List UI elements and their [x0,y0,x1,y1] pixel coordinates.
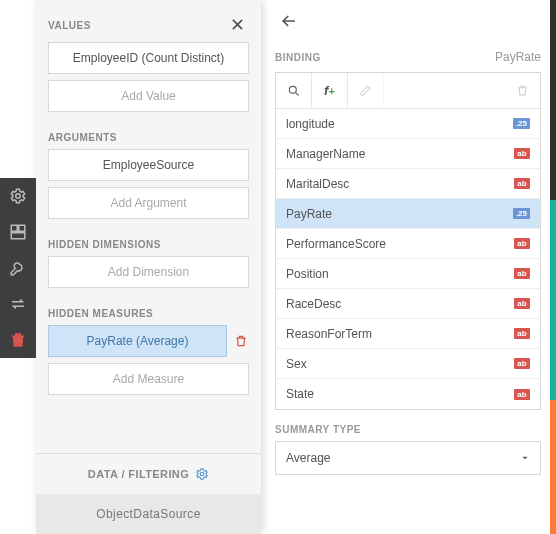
data-filtering-button[interactable]: DATA / FILTERING [36,454,261,494]
svg-point-0 [16,194,21,199]
field-row[interactable]: Sexab [276,349,540,379]
fields-toolbar: f+ [276,73,540,109]
summary-type-select[interactable]: Average [275,441,541,475]
trash-icon[interactable] [0,322,36,358]
svg-rect-3 [11,233,25,239]
fx-add-icon[interactable]: f+ [312,73,348,109]
fields-list: f+ longitude.25ManagerNameabMaritalDesca… [275,72,541,410]
field-row[interactable]: longitude.25 [276,109,540,139]
text-badge: ab [514,148,530,159]
field-name: Position [286,267,329,281]
add-measure-button[interactable]: Add Measure [48,363,249,395]
swap-icon[interactable] [0,286,36,322]
search-icon[interactable] [276,73,312,109]
field-name: PayRate [286,207,332,221]
field-name: MaritalDesc [286,177,349,191]
field-row[interactable]: Positionab [276,259,540,289]
delete-field-icon [504,73,540,109]
field-name: State [286,387,314,401]
back-icon[interactable] [275,7,303,39]
summary-type-value: Average [286,451,330,465]
field-name: Sex [286,357,307,371]
delete-measure-icon[interactable] [233,333,249,349]
add-argument-button[interactable]: Add Argument [48,187,249,219]
numeric-badge: .25 [513,118,530,129]
side-toolbar [0,178,36,358]
text-badge: ab [514,268,530,279]
data-source-row[interactable]: ObjectDataSource [36,494,261,534]
summary-type-label: SUMMARY TYPE [275,424,541,435]
field-row[interactable]: PerformanceScoreab [276,229,540,259]
config-panel: VALUES ✕ EmployeeID (Count Distinct) Add… [36,0,261,534]
binding-label: BINDING [275,52,321,63]
field-row[interactable]: Stateab [276,379,540,409]
binding-panel: BINDING PayRate f+ longitude.25ManagerNa… [261,0,555,534]
field-row[interactable]: ManagerNameab [276,139,540,169]
svg-rect-2 [19,225,25,231]
binding-value: PayRate [495,50,541,64]
panel-footer: DATA / FILTERING ObjectDataSource [36,453,261,534]
right-edge-accent [550,0,556,534]
layout-icon[interactable] [0,214,36,250]
text-badge: ab [514,178,530,189]
text-badge: ab [514,238,530,249]
hidden-measure-item[interactable]: PayRate (Average) [48,325,227,357]
hidden-measures-label: HIDDEN MEASURES [48,294,249,319]
field-name: ReasonForTerm [286,327,372,341]
field-row[interactable]: MaritalDescab [276,169,540,199]
arguments-label: ARGUMENTS [48,118,249,143]
field-name: RaceDesc [286,297,341,311]
field-row[interactable]: PayRate.25 [276,199,540,229]
gear-icon[interactable] [0,178,36,214]
edit-icon [348,73,384,109]
gear-small-icon [195,467,209,481]
hidden-dimensions-label: HIDDEN DIMENSIONS [48,225,249,250]
close-icon[interactable]: ✕ [226,14,249,36]
text-badge: ab [514,298,530,309]
chevron-down-icon [520,453,530,463]
svg-point-5 [289,86,296,93]
values-item[interactable]: EmployeeID (Count Distinct) [48,42,249,74]
svg-rect-1 [11,225,17,231]
field-row[interactable]: ReasonForTermab [276,319,540,349]
arguments-item[interactable]: EmployeeSource [48,149,249,181]
text-badge: ab [514,389,530,400]
field-name: ManagerName [286,147,365,161]
values-label: VALUES [48,20,91,31]
text-badge: ab [514,328,530,339]
numeric-badge: .25 [513,208,530,219]
add-value-button[interactable]: Add Value [48,80,249,112]
svg-point-4 [200,472,204,476]
wrench-icon[interactable] [0,250,36,286]
field-row[interactable]: RaceDescab [276,289,540,319]
data-filtering-label: DATA / FILTERING [88,468,189,480]
text-badge: ab [514,358,530,369]
field-name: PerformanceScore [286,237,386,251]
field-name: longitude [286,117,335,131]
add-dimension-button[interactable]: Add Dimension [48,256,249,288]
